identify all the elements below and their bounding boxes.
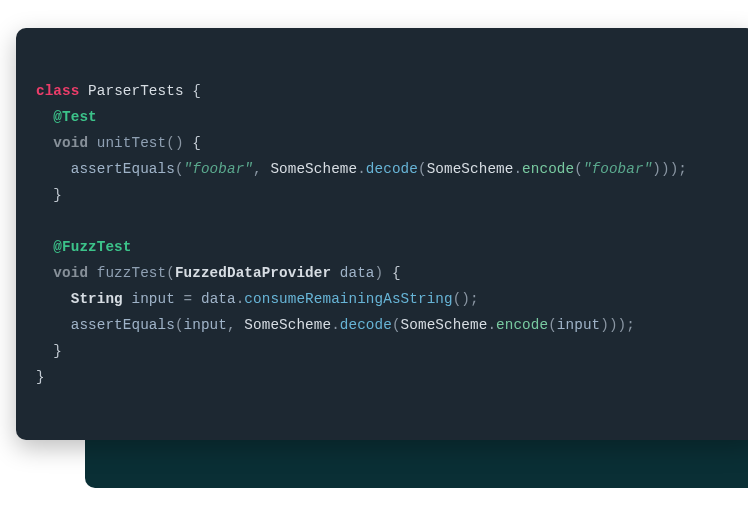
annotation-test: @Test [53, 109, 96, 125]
brace-open: { [192, 135, 201, 151]
call-encode: encode [522, 161, 574, 177]
dot: . [513, 161, 522, 177]
call-assertequals: assertEquals [71, 161, 175, 177]
ref-somescheme: SomeScheme [244, 317, 331, 333]
dot: . [487, 317, 496, 333]
keyword-void: void [53, 135, 88, 151]
paren-open: ( [175, 161, 184, 177]
code-content: class ParserTests { @Test void unitTest(… [36, 78, 736, 390]
paren-close: ) [375, 265, 384, 281]
close-parens: ))); [600, 317, 635, 333]
paren-open: ( [418, 161, 427, 177]
keyword-class: class [36, 83, 79, 99]
keyword-void: void [53, 265, 88, 281]
ref-somescheme: SomeScheme [270, 161, 357, 177]
comma: , [227, 317, 236, 333]
string-foobar: "foobar" [184, 161, 253, 177]
call-assertequals: assertEquals [71, 317, 175, 333]
call-decode: decode [366, 161, 418, 177]
type-fuzzeddataprovider: FuzzedDataProvider [175, 265, 331, 281]
paren-open: ( [166, 265, 175, 281]
annotation-fuzztest: @FuzzTest [53, 239, 131, 255]
method-unittest: unitTest [97, 135, 166, 151]
ref-input: input [184, 317, 227, 333]
parens: () [166, 135, 183, 151]
comma: , [253, 161, 262, 177]
parens-call: (); [453, 291, 479, 307]
paren-open: ( [574, 161, 583, 177]
paren-open: ( [548, 317, 557, 333]
ref-data: data [201, 291, 236, 307]
string-foobar: "foobar" [583, 161, 652, 177]
call-encode: encode [496, 317, 548, 333]
ref-somescheme: SomeScheme [401, 317, 488, 333]
equals: = [184, 291, 193, 307]
class-name: ParserTests [88, 83, 183, 99]
paren-open: ( [392, 317, 401, 333]
type-string: String [71, 291, 123, 307]
ref-somescheme: SomeScheme [427, 161, 514, 177]
dot: . [357, 161, 366, 177]
close-parens: ))); [652, 161, 687, 177]
method-fuzztest: fuzzTest [97, 265, 166, 281]
ref-input: input [557, 317, 600, 333]
brace-close: } [36, 369, 45, 385]
dot: . [331, 317, 340, 333]
code-block: class ParserTests { @Test void unitTest(… [16, 28, 748, 440]
brace-open: { [392, 265, 401, 281]
brace-open: { [192, 83, 201, 99]
var-input: input [131, 291, 174, 307]
call-decode: decode [340, 317, 392, 333]
brace-close: } [53, 343, 62, 359]
call-consumeremaining: consumeRemainingAsString [244, 291, 452, 307]
paren-open: ( [175, 317, 184, 333]
param-data: data [340, 265, 375, 281]
brace-close: } [53, 187, 62, 203]
